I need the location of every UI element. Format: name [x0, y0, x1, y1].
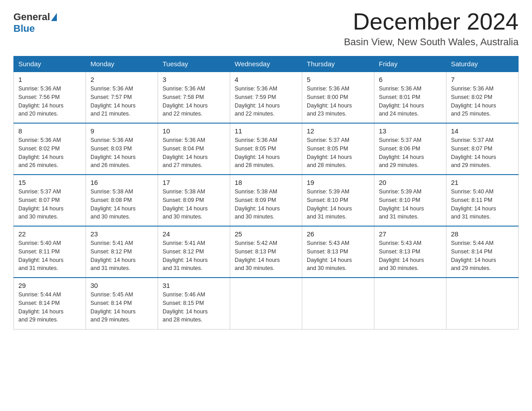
calendar-cell: 21Sunrise: 5:40 AMSunset: 8:11 PMDayligh…: [446, 175, 519, 226]
page-header: General Blue December 2024 Basin View, N…: [13, 9, 519, 48]
logo: General Blue: [13, 9, 58, 34]
calendar-cell: 1Sunrise: 5:36 AMSunset: 7:56 PMDaylight…: [14, 72, 86, 123]
day-number: 20: [379, 179, 442, 186]
calendar-cell: 22Sunrise: 5:40 AMSunset: 8:11 PMDayligh…: [14, 226, 86, 278]
calendar-cell: 17Sunrise: 5:38 AMSunset: 8:09 PMDayligh…: [158, 175, 230, 226]
calendar-cell: 14Sunrise: 5:37 AMSunset: 8:07 PMDayligh…: [446, 123, 519, 175]
day-number: 14: [451, 127, 514, 135]
calendar-cell: 29Sunrise: 5:44 AMSunset: 8:14 PMDayligh…: [14, 278, 86, 329]
calendar-cell: 7Sunrise: 5:36 AMSunset: 8:02 PMDaylight…: [446, 72, 519, 123]
day-info: Sunrise: 5:45 AMSunset: 8:14 PMDaylight:…: [90, 291, 153, 324]
calendar-cell: 11Sunrise: 5:36 AMSunset: 8:05 PMDayligh…: [230, 123, 302, 175]
day-number: 2: [90, 76, 153, 83]
day-info: Sunrise: 5:36 AMSunset: 7:57 PMDaylight:…: [90, 85, 153, 118]
calendar-cell: 25Sunrise: 5:42 AMSunset: 8:13 PMDayligh…: [230, 226, 302, 278]
day-info: Sunrise: 5:44 AMSunset: 8:14 PMDaylight:…: [451, 239, 514, 273]
day-number: 13: [379, 127, 442, 135]
day-number: 4: [235, 76, 297, 83]
calendar-header-sunday: Sunday: [14, 56, 86, 72]
day-info: Sunrise: 5:36 AMSunset: 7:59 PMDaylight:…: [235, 85, 297, 118]
day-info: Sunrise: 5:41 AMSunset: 8:12 PMDaylight:…: [163, 239, 225, 273]
day-info: Sunrise: 5:36 AMSunset: 8:03 PMDaylight:…: [90, 136, 153, 170]
calendar-cell: 26Sunrise: 5:43 AMSunset: 8:13 PMDayligh…: [302, 226, 374, 278]
day-info: Sunrise: 5:46 AMSunset: 8:15 PMDaylight:…: [163, 291, 225, 324]
day-number: 5: [307, 76, 369, 83]
day-info: Sunrise: 5:36 AMSunset: 8:02 PMDaylight:…: [18, 136, 81, 170]
calendar-week-4: 22Sunrise: 5:40 AMSunset: 8:11 PMDayligh…: [14, 226, 519, 278]
calendar-cell: [230, 278, 302, 329]
day-info: Sunrise: 5:38 AMSunset: 8:09 PMDaylight:…: [235, 188, 297, 221]
calendar-cell: 13Sunrise: 5:37 AMSunset: 8:06 PMDayligh…: [374, 123, 446, 175]
day-info: Sunrise: 5:37 AMSunset: 8:05 PMDaylight:…: [307, 136, 369, 170]
calendar-cell: 4Sunrise: 5:36 AMSunset: 7:59 PMDaylight…: [230, 72, 302, 123]
day-number: 1: [18, 76, 81, 83]
day-number: 25: [235, 230, 297, 238]
day-info: Sunrise: 5:36 AMSunset: 8:04 PMDaylight:…: [163, 136, 225, 170]
calendar-header-saturday: Saturday: [446, 56, 519, 72]
calendar-cell: 5Sunrise: 5:36 AMSunset: 8:00 PMDaylight…: [302, 72, 374, 123]
day-number: 21: [451, 179, 514, 186]
day-number: 30: [90, 282, 153, 289]
calendar-week-1: 1Sunrise: 5:36 AMSunset: 7:56 PMDaylight…: [14, 72, 519, 123]
calendar-week-5: 29Sunrise: 5:44 AMSunset: 8:14 PMDayligh…: [14, 278, 519, 329]
calendar-week-3: 15Sunrise: 5:37 AMSunset: 8:07 PMDayligh…: [14, 175, 519, 226]
day-number: 16: [90, 179, 153, 186]
day-info: Sunrise: 5:36 AMSunset: 8:05 PMDaylight:…: [235, 136, 297, 170]
day-info: Sunrise: 5:41 AMSunset: 8:12 PMDaylight:…: [90, 239, 153, 273]
day-info: Sunrise: 5:38 AMSunset: 8:08 PMDaylight:…: [90, 188, 153, 221]
location-title: Basin View, New South Wales, Australia: [344, 36, 519, 48]
calendar-cell: [446, 278, 519, 329]
calendar-cell: 9Sunrise: 5:36 AMSunset: 8:03 PMDaylight…: [86, 123, 158, 175]
calendar-cell: 12Sunrise: 5:37 AMSunset: 8:05 PMDayligh…: [302, 123, 374, 175]
calendar-header-thursday: Thursday: [302, 56, 374, 72]
calendar-week-2: 8Sunrise: 5:36 AMSunset: 8:02 PMDaylight…: [14, 123, 519, 175]
calendar-cell: 20Sunrise: 5:39 AMSunset: 8:10 PMDayligh…: [374, 175, 446, 226]
calendar-header-wednesday: Wednesday: [230, 56, 302, 72]
day-number: 18: [235, 179, 297, 186]
month-title: December 2024: [344, 9, 519, 34]
day-info: Sunrise: 5:39 AMSunset: 8:10 PMDaylight:…: [379, 188, 442, 221]
calendar-cell: 16Sunrise: 5:38 AMSunset: 8:08 PMDayligh…: [86, 175, 158, 226]
day-number: 28: [451, 230, 514, 238]
calendar-cell: 15Sunrise: 5:37 AMSunset: 8:07 PMDayligh…: [14, 175, 86, 226]
day-info: Sunrise: 5:37 AMSunset: 8:07 PMDaylight:…: [451, 136, 514, 170]
calendar-cell: 23Sunrise: 5:41 AMSunset: 8:12 PMDayligh…: [86, 226, 158, 278]
calendar-cell: 19Sunrise: 5:39 AMSunset: 8:10 PMDayligh…: [302, 175, 374, 226]
title-block: December 2024 Basin View, New South Wale…: [344, 9, 519, 48]
calendar-cell: 10Sunrise: 5:36 AMSunset: 8:04 PMDayligh…: [158, 123, 230, 175]
calendar-cell: 24Sunrise: 5:41 AMSunset: 8:12 PMDayligh…: [158, 226, 230, 278]
day-number: 19: [307, 179, 369, 186]
day-info: Sunrise: 5:38 AMSunset: 8:09 PMDaylight:…: [163, 188, 225, 221]
calendar-cell: 30Sunrise: 5:45 AMSunset: 8:14 PMDayligh…: [86, 278, 158, 329]
calendar-cell: 18Sunrise: 5:38 AMSunset: 8:09 PMDayligh…: [230, 175, 302, 226]
day-number: 17: [163, 179, 225, 186]
day-info: Sunrise: 5:43 AMSunset: 8:13 PMDaylight:…: [307, 239, 369, 273]
calendar-header-row: SundayMondayTuesdayWednesdayThursdayFrid…: [14, 56, 519, 72]
calendar-cell: 27Sunrise: 5:43 AMSunset: 8:13 PMDayligh…: [374, 226, 446, 278]
day-info: Sunrise: 5:44 AMSunset: 8:14 PMDaylight:…: [18, 291, 81, 324]
day-info: Sunrise: 5:36 AMSunset: 7:56 PMDaylight:…: [18, 85, 81, 118]
day-info: Sunrise: 5:40 AMSunset: 8:11 PMDaylight:…: [451, 188, 514, 221]
day-info: Sunrise: 5:37 AMSunset: 8:06 PMDaylight:…: [379, 136, 442, 170]
calendar-cell: 3Sunrise: 5:36 AMSunset: 7:58 PMDaylight…: [158, 72, 230, 123]
day-number: 8: [18, 127, 81, 135]
day-number: 24: [163, 230, 225, 238]
day-number: 12: [307, 127, 369, 135]
day-number: 9: [90, 127, 153, 135]
calendar-cell: 31Sunrise: 5:46 AMSunset: 8:15 PMDayligh…: [158, 278, 230, 329]
day-info: Sunrise: 5:36 AMSunset: 8:00 PMDaylight:…: [307, 85, 369, 118]
day-number: 15: [18, 179, 81, 186]
calendar-cell: [374, 278, 446, 329]
day-number: 6: [379, 76, 442, 83]
day-number: 3: [163, 76, 225, 83]
day-info: Sunrise: 5:39 AMSunset: 8:10 PMDaylight:…: [307, 188, 369, 221]
calendar-header-monday: Monday: [86, 56, 158, 72]
day-number: 22: [18, 230, 81, 238]
day-number: 23: [90, 230, 153, 238]
calendar-cell: 6Sunrise: 5:36 AMSunset: 8:01 PMDaylight…: [374, 72, 446, 123]
day-number: 27: [379, 230, 442, 238]
calendar-table: SundayMondayTuesdayWednesdayThursdayFrid…: [13, 56, 519, 330]
day-info: Sunrise: 5:36 AMSunset: 7:58 PMDaylight:…: [163, 85, 225, 118]
day-info: Sunrise: 5:36 AMSunset: 8:01 PMDaylight:…: [379, 85, 442, 118]
day-number: 26: [307, 230, 369, 238]
